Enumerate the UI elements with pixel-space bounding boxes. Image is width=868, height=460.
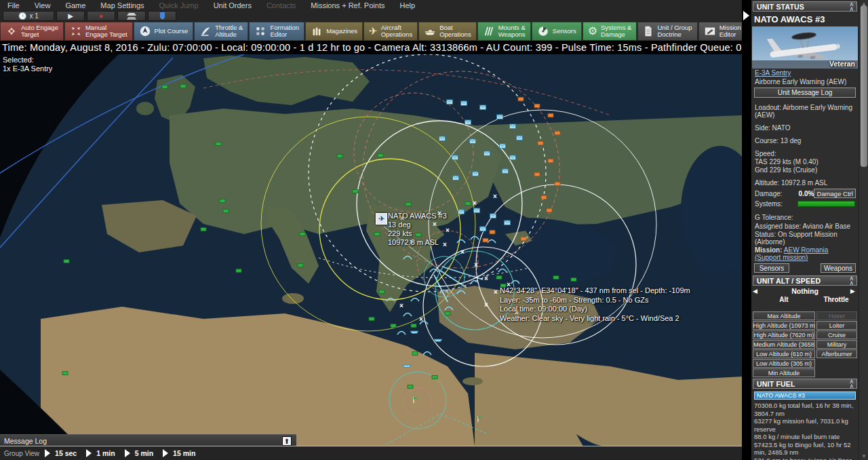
manual-engage-target-button[interactable]: Manual Engage Target	[64, 22, 133, 41]
collapse-sidebar-arrow[interactable]	[743, 11, 749, 20]
reference-point-marker: ×	[484, 301, 488, 309]
time-step-15min[interactable]: 15 min	[163, 449, 195, 457]
missiles-icon	[483, 25, 495, 37]
prev-preset-arrow[interactable]: ◀	[753, 288, 760, 294]
menu-missions-ref-points[interactable]: Missions + Ref. Points	[303, 1, 392, 9]
unit-datablock[interactable]: NATO AWACS #3 13 deg 229 kts 10972.8 m A…	[388, 212, 447, 247]
main-toolbar: Auto Engage Target Manual Engage Target …	[0, 22, 868, 41]
fuel-selected-unit[interactable]: NATO AWACS #3	[754, 391, 856, 400]
min-altitude-button[interactable]: Min Altitude	[753, 368, 815, 377]
menu-view[interactable]: View	[27, 1, 58, 9]
collapse-chevrons-icon[interactable]: ∧∧	[849, 379, 853, 389]
throttle-column-header: Throttle	[815, 296, 857, 303]
unit-status-header[interactable]: UNIT STATUS ∧∧	[753, 1, 857, 12]
toolbar-label: Throttle & Altitude	[215, 24, 243, 38]
reference-point-marker: ×	[419, 315, 423, 323]
low-altitude-305-button[interactable]: Low Altitude (305 m)	[753, 359, 815, 368]
ground-unit-marker	[300, 233, 305, 236]
mounts-weapons-button[interactable]: Mounts & Weapons	[477, 22, 531, 41]
boat-operations-button[interactable]: Boat Operations	[418, 22, 476, 41]
group-view-toggle[interactable]: Group View	[0, 450, 45, 457]
unit-class-link[interactable]: E-3A Sentry	[755, 69, 791, 77]
play-triangle-icon	[125, 449, 130, 457]
high-altitude-10973-button[interactable]: High Altitude (10973 m	[753, 321, 815, 330]
collapse-chevrons-icon[interactable]: ∧∧	[849, 276, 853, 286]
unit-message-log-button[interactable]: Unit Message Log	[754, 88, 856, 98]
max-altitude-button[interactable]: Max Altitude	[753, 311, 815, 320]
weapons-panel-button[interactable]: Weapons	[821, 263, 856, 273]
play-button[interactable]: ▶	[56, 11, 85, 21]
time-step-1min[interactable]: 1 min	[86, 449, 115, 457]
loiter-throttle-button[interactable]: Loiter	[816, 321, 857, 330]
ground-unit-marker	[465, 202, 471, 206]
radar-icon	[537, 25, 549, 37]
fuel-total-line: 70308.0 kg total fuel, 16 hr 38 min, 380…	[754, 402, 856, 417]
menu-file[interactable]: File	[0, 1, 27, 9]
fuel-mission-line: 63277 kg mission fuel, 7031.0 kg reserve	[754, 417, 856, 433]
simulation-time-bar: Time: Monday, August 8, 2016 - Zulu: 07:…	[0, 41, 868, 54]
unit-fuel-header[interactable]: UNIT FUEL ∧∧	[753, 379, 857, 389]
menu-map-settings[interactable]: Map Settings	[93, 1, 151, 9]
low-altitude-610-button[interactable]: Low Altitude (610 m)	[753, 349, 815, 358]
magazines-button[interactable]: Magazines	[305, 22, 363, 41]
mission-editor-button[interactable]: Mission Editor	[698, 22, 747, 41]
message-log-label: Message Log	[4, 437, 47, 445]
cruise-throttle-button[interactable]: Cruise	[816, 330, 857, 339]
unit-group-doctrine-button[interactable]: Unit / Group Doctrine	[637, 22, 697, 41]
scrollbar-thumb[interactable]	[861, 5, 867, 167]
time-step-15sec[interactable]: 15 sec	[45, 449, 77, 457]
tactical-map[interactable]: ××××××××××××××××××× Selected: 1x E-3A Se…	[0, 54, 742, 446]
bottom-status-bar: Group View 15 sec 1 min 5 min 15 min	[0, 446, 868, 460]
status-line: Status: On Support Mission (Airborne)	[751, 231, 859, 246]
record-icon: ●	[99, 13, 103, 20]
ground-unit-marker	[571, 278, 576, 282]
reference-point-marker: ×	[494, 288, 498, 296]
ground-unit-marker	[432, 376, 437, 379]
afterburner-throttle-button[interactable]: Afterburner	[816, 349, 857, 358]
time-step-label: 5 min	[135, 449, 153, 457]
plot-course-button[interactable]: Plot Course	[134, 22, 194, 41]
formation-icon	[254, 25, 267, 37]
hostile-marker	[548, 159, 553, 163]
side-line: Side: NATO	[751, 123, 859, 132]
menu-unit-orders[interactable]: Unit Orders	[206, 1, 259, 9]
ground-unit-marker	[220, 199, 225, 203]
play-triangle-icon	[45, 449, 50, 457]
systems-damage-button[interactable]: ⚙ Systems & Damage	[583, 22, 637, 41]
sensors-panel-button[interactable]: Sensors	[754, 263, 789, 273]
aircraft-icon: ✈	[369, 26, 378, 37]
selected-unit-icon[interactable]: ✈	[376, 213, 387, 225]
bookmark-button[interactable]	[148, 11, 176, 21]
record-button[interactable]: ●	[87, 11, 115, 21]
ground-unit-marker	[64, 260, 69, 263]
menu-help[interactable]: Help	[392, 1, 422, 9]
high-altitude-7620-button[interactable]: High Altitude (7620 m)	[753, 330, 815, 339]
medium-altitude-button[interactable]: Medium Altitude (3658	[753, 340, 815, 349]
auto-engage-target-button[interactable]: Auto Engage Target	[0, 22, 64, 41]
speed-tas: TAS 229 kts (M 0.40)	[751, 158, 859, 166]
time-compression-button[interactable]: 🕒 x 1	[3, 11, 54, 21]
ground-unit-marker	[180, 85, 186, 88]
throttle-altitude-button[interactable]: Throttle & Altitude	[194, 22, 248, 41]
expand-log-button[interactable]: ⬆	[282, 436, 292, 446]
message-log-bar[interactable]: Message Log ⬆	[0, 434, 296, 446]
sidebar-scrollbar[interactable]: ▲ ▼	[859, 0, 868, 460]
aircraft-operations-button[interactable]: ✈ Aircraft Operations	[363, 22, 418, 41]
scroll-down-icon[interactable]: ▼	[859, 453, 868, 459]
alt-speed-column-headers: Alt Throttle	[751, 295, 859, 306]
unit-alt-speed-header[interactable]: UNIT ALT / SPEED ∧∧	[753, 275, 857, 286]
collapse-chevrons-icon[interactable]: ∧∧	[849, 2, 853, 12]
map-canvas: ×××××××××××××××××××	[0, 54, 742, 446]
formation-editor-button[interactable]: Formation Editor	[249, 22, 304, 41]
toolbar-label: Aircraft Operations	[381, 24, 412, 38]
next-preset-arrow[interactable]: ▶	[850, 288, 857, 294]
damage-ctrl-button[interactable]: Damage Ctrl	[814, 189, 856, 198]
play-triangle-icon	[163, 449, 168, 457]
map-layers-button[interactable]	[117, 11, 146, 21]
time-step-5min[interactable]: 5 min	[125, 449, 153, 457]
mission-line: Mission: AEW Romania (Support mission)	[751, 246, 859, 262]
menu-game[interactable]: Game	[58, 1, 93, 9]
sensors-button[interactable]: Sensors	[532, 22, 582, 41]
time-step-label: 15 sec	[55, 449, 77, 457]
military-throttle-button[interactable]: Military	[816, 340, 857, 349]
